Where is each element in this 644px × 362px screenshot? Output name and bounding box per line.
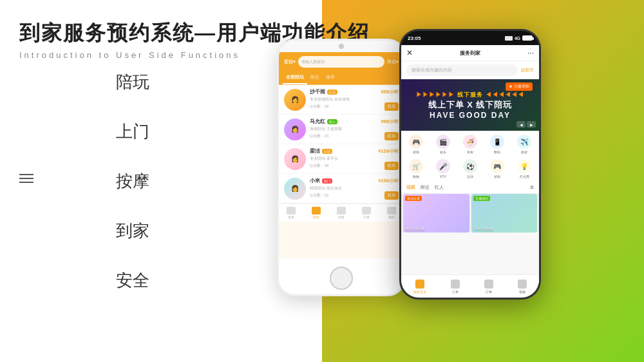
filter-btn[interactable]: 筛选▾ xyxy=(387,59,399,65)
contact-btn-0[interactable]: 联系 xyxy=(384,102,399,111)
user-item-2[interactable]: 👩 梁洁 认证 ¥120/小时 专业陪玩·多平台 Q点数：36 联系 xyxy=(279,144,404,174)
icon-item-travel[interactable]: ✈️ 旅游 xyxy=(512,135,536,154)
section-menu-icon[interactable]: ≡ xyxy=(530,184,534,191)
video-grid: 推荐必看 猫耳女孩直播 专属福利 户外活动直播 xyxy=(401,194,539,233)
menu-line-3 xyxy=(19,182,33,183)
user-name-3: 小米 xyxy=(310,177,320,184)
left-nav-play-label: 陪玩 xyxy=(313,215,319,219)
video-thumb-2[interactable]: 专属福利 户外活动直播 xyxy=(471,194,538,233)
user-item-3[interactable]: 👩 小米 热门 ¥150/小时 精英陪玩·段位保证 Q点数：52 联系 xyxy=(279,174,404,204)
banner-line1: ▶▶▶▶▶▶ 线下服务 ◀◀◀◀◀◀ xyxy=(416,91,524,99)
icon-item-sport[interactable]: ⚽ 运动 xyxy=(458,159,482,178)
icon-item-light[interactable]: 💡 灯光秀 xyxy=(512,159,536,178)
tab-recommend[interactable]: 推荐 xyxy=(323,71,338,84)
icon-item-entertainment[interactable]: 🎬 娱乐 xyxy=(431,135,455,154)
ktv-icon-label: KTV xyxy=(440,175,446,178)
home-icon xyxy=(287,207,296,214)
app-title-right: 服务到家 xyxy=(417,50,524,57)
icon-item-game[interactable]: 🎮 游戏 xyxy=(404,135,428,154)
location-label[interactable]: 定位▾ xyxy=(284,59,296,65)
food-icon-circle: 🍜 xyxy=(463,135,477,149)
left-nav-order-label: 订单 xyxy=(363,215,370,219)
right-order-icon xyxy=(484,280,493,284)
user-avatar-3: 👩 xyxy=(284,178,306,200)
entertainment-icon-circle: 🎬 xyxy=(436,135,450,149)
user-tag-1: 新人 xyxy=(327,119,337,124)
video-tag-2: 专属福利 xyxy=(473,196,490,201)
close-button[interactable]: ✕ xyxy=(406,48,413,57)
left-phone-nav: 首页 陪玩 消息 订单 我的 xyxy=(279,204,404,222)
content-container: 到家服务预约系统—用户端功能介绍 Introduction to User Si… xyxy=(0,0,644,362)
phone-notch: 23:05 4G xyxy=(401,31,539,45)
phone-camera xyxy=(339,44,344,49)
menu-item-2[interactable]: 按摩 xyxy=(116,170,149,193)
menu-item-3[interactable]: 到家 xyxy=(116,220,149,242)
tab-nearby[interactable]: 附近 xyxy=(307,71,323,84)
user-tag-0: 认证 xyxy=(327,90,337,95)
user-desc-3: 精英陪玩·段位保证 xyxy=(310,186,399,191)
arrow-right[interactable]: ▶ xyxy=(527,121,536,128)
icon-item-food[interactable]: 🍜 美食 xyxy=(458,135,482,154)
user-rating-2: Q点数：36 xyxy=(310,163,328,169)
dark-app-header: ✕ 服务到家 ··· xyxy=(401,45,539,61)
search-bar-left[interactable]: 请输入搜索词 xyxy=(298,56,384,68)
more-button[interactable]: ··· xyxy=(527,48,534,57)
city-selector[interactable]: 成都市 xyxy=(520,67,534,73)
icon-item-digital[interactable]: 📱 数码 xyxy=(485,135,509,154)
left-nav-msg[interactable]: 消息 xyxy=(337,207,346,219)
right-nav-find[interactable]: 订单 xyxy=(451,280,460,284)
tab-all[interactable]: 全部陪玩 xyxy=(283,71,307,84)
section-tab-nearby[interactable]: 附近 xyxy=(421,184,430,191)
left-nav-home[interactable]: 首页 xyxy=(287,207,296,219)
user-item-0[interactable]: 👩 沙千雨 认证 ¥99/小时 专业游戏陪玩·多款游戏 Q点数：28 联系 xyxy=(279,85,404,115)
section-tab-popular[interactable]: 红人 xyxy=(435,184,444,191)
light-icon-label: 灯光秀 xyxy=(520,175,529,178)
user-rating-1: Q点数：15 xyxy=(310,133,328,139)
light-icon-circle: 💡 xyxy=(517,159,531,173)
contact-btn-1[interactable]: 联系 xyxy=(384,132,399,140)
contact-btn-3[interactable]: 联系 xyxy=(384,191,399,200)
status-time: 23:05 xyxy=(408,35,421,41)
menu-item-0[interactable]: 陪玩 xyxy=(116,71,149,93)
menu-item-1[interactable]: 上门 xyxy=(116,120,149,143)
user-desc-2: 专业陪玩·多平台 xyxy=(310,156,399,162)
right-nav-service[interactable]: 客服 xyxy=(518,280,527,284)
game2-icon-circle: 🎮 xyxy=(490,159,504,173)
menu-item-4[interactable]: 安全 xyxy=(116,269,149,292)
icon-item-shop[interactable]: 🛒 购物 xyxy=(404,159,428,178)
icon-item-game2[interactable]: 🎮 游戏 xyxy=(485,159,509,178)
right-nav-home[interactable]: 服务首页 xyxy=(413,280,426,284)
battery-icon xyxy=(522,35,533,41)
video-thumb-1[interactable]: 推荐必看 猫耳女孩直播 xyxy=(403,194,469,233)
entertainment-icon-label: 娱乐 xyxy=(440,150,446,154)
icon-item-ktv[interactable]: 🎤 KTV xyxy=(431,159,455,178)
hamburger-menu-icon[interactable] xyxy=(19,174,33,183)
food-icon-label: 美食 xyxy=(467,150,473,154)
status-icons: 4G xyxy=(505,35,533,41)
right-nav-order[interactable]: 订单 xyxy=(484,280,493,284)
search-bar-right: 搜索你感兴趣的内容 成都市 xyxy=(401,61,539,79)
contact-btn-2[interactable]: 联系 xyxy=(384,162,399,170)
left-nav-order[interactable]: 订单 xyxy=(362,207,371,219)
shop-icon-circle: 🛒 xyxy=(409,159,423,173)
arrow-left[interactable]: ◀ xyxy=(516,121,526,128)
home-button[interactable] xyxy=(330,267,353,290)
phone-left-screen: 定位▾ 请输入搜索词 筛选▾ 全部陪玩 附近 推荐 👩 沙千雨 xyxy=(279,52,404,258)
section-tabs: 活跃 附近 红人 ≡ xyxy=(401,181,539,194)
icon-grid-row1: 🎮 游戏 🎬 娱乐 🍜 美食 📱 数码 ✈️ 旅游 xyxy=(401,131,539,158)
left-nav-play[interactable]: 陪玩 xyxy=(312,207,321,219)
right-phone-bottom-nav: 服务首页 订单 订单 客服 xyxy=(401,274,539,283)
banner-hot-tag: ★ 火爆周期 xyxy=(506,82,533,91)
phone-left-bottom xyxy=(279,258,404,296)
user-tag-2: 认证 xyxy=(322,149,332,154)
search-input-right[interactable]: 搜索你感兴趣的内容 xyxy=(406,64,518,76)
digital-icon-circle: 📱 xyxy=(490,135,504,149)
signal-icon xyxy=(505,36,513,41)
user-rating-0: Q点数：28 xyxy=(310,104,328,110)
user-rating-3: Q点数：52 xyxy=(310,193,328,198)
user-item-1[interactable]: 👩 马允红 新人 ¥88/小时 游戏陪玩·王者荣耀 Q点数：15 联系 xyxy=(279,115,404,144)
left-nav-me[interactable]: 我的 xyxy=(387,207,396,219)
sport-icon-label: 运动 xyxy=(467,175,473,178)
banner-arrows: ◀ ▶ xyxy=(516,121,536,128)
section-tab-active[interactable]: 活跃 xyxy=(406,184,415,191)
